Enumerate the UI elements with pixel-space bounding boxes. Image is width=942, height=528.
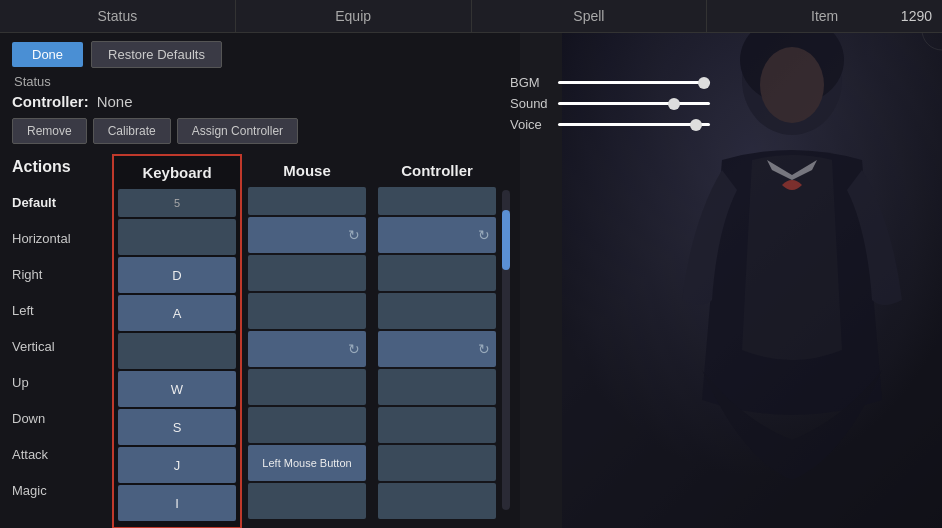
bgm-row: BGM <box>510 75 710 90</box>
top-buttons-row: Done Restore Defaults <box>12 41 508 68</box>
tab-spell[interactable]: Spell <box>472 0 708 32</box>
mouse-horizontal[interactable]: ↻ <box>248 217 366 253</box>
sound-row: Sound <box>510 96 710 111</box>
mouse-column: Mouse ↻ ↻ Left Mouse Button <box>242 154 372 528</box>
kbd-magic[interactable]: I <box>118 485 236 521</box>
remove-button[interactable]: Remove <box>12 118 87 144</box>
refresh-icon: ↻ <box>348 227 360 243</box>
calibrate-button[interactable]: Calibrate <box>93 118 171 144</box>
bgm-slider[interactable] <box>558 81 710 84</box>
ctrl-refresh-icon-2: ↻ <box>478 341 490 357</box>
ctrl-left[interactable] <box>378 293 496 329</box>
action-up: Up <box>12 364 112 400</box>
action-default: Default <box>12 184 112 220</box>
mouse-attack[interactable]: Left Mouse Button <box>248 445 366 481</box>
action-right: Right <box>12 256 112 292</box>
action-attack: Attack <box>12 436 112 472</box>
controller-header: Controller <box>378 158 496 187</box>
voice-thumb <box>690 119 702 131</box>
currency-display: 1290 <box>901 8 932 24</box>
mouse-vertical[interactable]: ↻ <box>248 331 366 367</box>
controller-value: None <box>97 93 133 110</box>
controller-label: Controller: <box>12 93 89 110</box>
action-horizontal: Horizontal <box>12 220 112 256</box>
ctrl-default[interactable] <box>378 187 496 215</box>
action-vertical: Vertical <box>12 328 112 364</box>
kbd-attack[interactable]: J <box>118 447 236 483</box>
bgm-label: BGM <box>510 75 550 90</box>
top-navigation: Status Equip Spell Item 1290 <box>0 0 942 33</box>
ctrl-magic[interactable] <box>378 483 496 519</box>
bgm-thumb <box>698 77 710 89</box>
tab-equip[interactable]: Equip <box>236 0 472 32</box>
ctrl-attack[interactable] <box>378 445 496 481</box>
kbd-default[interactable]: 5 <box>118 189 236 217</box>
action-buttons-row: Remove Calibrate Assign Controller <box>12 118 508 144</box>
action-down: Down <box>12 400 112 436</box>
kbd-up[interactable]: W <box>118 371 236 407</box>
svg-point-3 <box>760 47 824 123</box>
controller-column: Controller ↻ ↻ <box>372 154 502 528</box>
sound-slider[interactable] <box>558 102 710 105</box>
ctrl-refresh-icon: ↻ <box>478 227 490 243</box>
sound-thumb <box>668 98 680 110</box>
kbd-vertical[interactable] <box>118 333 236 369</box>
kbd-down[interactable]: S <box>118 409 236 445</box>
mouse-right[interactable] <box>248 255 366 291</box>
done-button[interactable]: Done <box>12 42 83 67</box>
actions-column: Actions Default Horizontal Right Left Ve… <box>12 154 112 528</box>
kbd-right[interactable]: D <box>118 257 236 293</box>
ctrl-vertical[interactable]: ↻ <box>378 331 496 367</box>
voice-row: Voice <box>510 117 710 132</box>
mouse-header: Mouse <box>248 158 366 187</box>
keyboard-header: Keyboard <box>118 160 236 189</box>
keybind-area: Actions Default Horizontal Right Left Ve… <box>12 154 508 528</box>
voice-label: Voice <box>510 117 550 132</box>
mouse-down[interactable] <box>248 407 366 443</box>
settings-panel: Done Restore Defaults Status Controller:… <box>0 33 520 528</box>
actions-header: Actions <box>12 154 112 184</box>
audio-panel: BGM Sound Voice <box>510 75 710 138</box>
mouse-default[interactable] <box>248 187 366 215</box>
kbd-left[interactable]: A <box>118 295 236 331</box>
status-section-label: Status <box>14 74 508 89</box>
controller-scrollbar[interactable] <box>502 190 510 510</box>
voice-slider[interactable] <box>558 123 710 126</box>
mouse-left[interactable] <box>248 293 366 329</box>
ctrl-right[interactable] <box>378 255 496 291</box>
controller-scrollbar-thumb[interactable] <box>502 210 510 270</box>
ctrl-up[interactable] <box>378 369 496 405</box>
restore-defaults-button[interactable]: Restore Defaults <box>91 41 222 68</box>
keyboard-column: Keyboard 5 D A W S J I <box>112 154 242 528</box>
sound-label: Sound <box>510 96 550 111</box>
action-left: Left <box>12 292 112 328</box>
kbd-horizontal[interactable] <box>118 219 236 255</box>
ctrl-horizontal[interactable]: ↻ <box>378 217 496 253</box>
mouse-up[interactable] <box>248 369 366 405</box>
assign-controller-button[interactable]: Assign Controller <box>177 118 298 144</box>
refresh-icon-2: ↻ <box>348 341 360 357</box>
action-magic: Magic <box>12 472 112 508</box>
mouse-magic[interactable] <box>248 483 366 519</box>
tab-status[interactable]: Status <box>0 0 236 32</box>
ctrl-down[interactable] <box>378 407 496 443</box>
controller-row: Controller: None <box>12 93 508 110</box>
